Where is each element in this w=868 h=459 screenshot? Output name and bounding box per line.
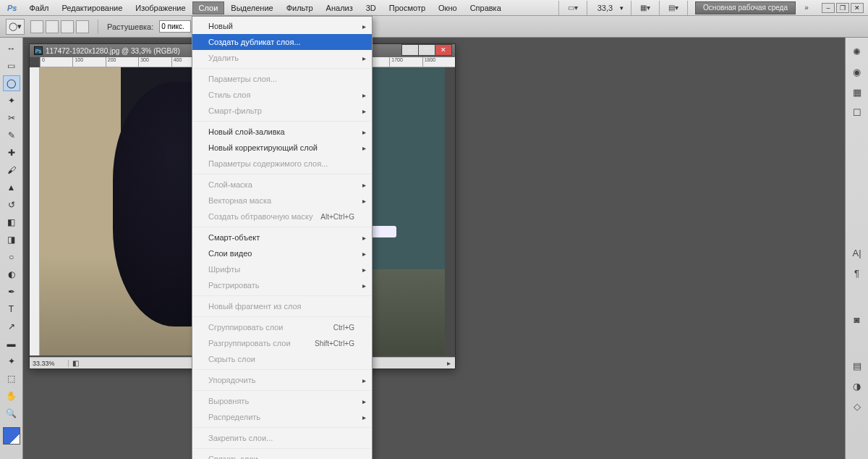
history-brush-icon[interactable]: ↺	[3, 197, 20, 213]
separator	[631, 1, 631, 15]
menu-separator	[193, 68, 371, 69]
eyedropper-tool-icon[interactable]: ✎	[3, 127, 20, 143]
character-icon[interactable]: A|	[849, 245, 865, 261]
3d-camera-icon[interactable]: ⬚	[3, 371, 20, 387]
paragraph-icon[interactable]: ¶	[849, 265, 865, 281]
menu-item-label: Упорядочить	[208, 376, 255, 384]
workspace-switcher[interactable]: Основная рабочая среда	[695, 1, 796, 14]
menu-item-label: Смарт-фильтр	[208, 106, 262, 115]
menu-file[interactable]: Файл	[22, 1, 55, 14]
menu-image[interactable]: Изображение	[129, 1, 192, 14]
menu-item-label: Связать слои	[208, 455, 258, 459]
pen-tool-icon[interactable]: ✒	[3, 284, 20, 300]
marquee-tool-icon[interactable]: ▭	[3, 58, 20, 74]
menu-help[interactable]: Справка	[464, 1, 508, 14]
menu-item-label: Создать обтравочную маску	[208, 212, 312, 221]
menu-item[interactable]: Смарт-объект	[192, 230, 372, 245]
shape-tool-icon[interactable]: ▬	[3, 336, 20, 352]
histogram-icon[interactable]: ✺	[849, 43, 865, 59]
doc-close-button[interactable]: ✕	[435, 44, 452, 56]
menu-separator	[193, 121, 371, 122]
menu-3d[interactable]: 3D	[359, 1, 383, 14]
tool-panel: ↔ ▭ ◯ ✦ ✂ ✎ ✚ 🖌 ▲ ↺ ◧ ◨ ○ ◐ ✒ T ↗ ▬ ✦ ⬚ …	[0, 38, 23, 459]
paths-icon[interactable]: ◇	[849, 398, 865, 414]
minimize-button[interactable]: –	[822, 3, 835, 13]
dodge-tool-icon[interactable]: ◐	[3, 266, 20, 282]
channels-icon[interactable]: ◑	[849, 378, 865, 394]
status-icon[interactable]: ◧	[69, 358, 82, 369]
menu-item[interactable]: Новый слой-заливка	[192, 124, 372, 140]
ruler-tick: 1700	[389, 57, 422, 67]
selection-new-icon[interactable]	[30, 20, 43, 33]
path-tool-icon[interactable]: ↗	[3, 319, 20, 334]
current-tool-icon[interactable]: ◯▾	[6, 19, 25, 35]
eraser-tool-icon[interactable]: ◧	[3, 214, 20, 230]
menu-separator	[193, 390, 371, 391]
zoom-value[interactable]: 33,3	[595, 4, 616, 12]
brush-tool-icon[interactable]: 🖌	[3, 162, 20, 178]
color-swatches[interactable]	[3, 427, 20, 445]
menu-item-label: Удалить	[208, 54, 239, 62]
stamp-tool-icon[interactable]: ▲	[3, 180, 20, 195]
doc-maximize-button[interactable]: □	[418, 44, 435, 56]
menu-view[interactable]: Просмотр	[383, 1, 432, 14]
gradient-tool-icon[interactable]: ◨	[3, 232, 20, 248]
selection-intersect-icon[interactable]	[76, 20, 89, 33]
menu-item[interactable]: Новый корректирующий слой	[192, 140, 372, 156]
blur-tool-icon[interactable]: ○	[3, 249, 20, 265]
menu-filter[interactable]: Фильтр	[280, 1, 320, 14]
status-menu-icon[interactable]: ▸	[442, 358, 455, 369]
layers-icon[interactable]: ▤	[849, 358, 865, 374]
camera-icon[interactable]: ◙	[849, 311, 865, 327]
status-zoom[interactable]: 33.33%	[30, 360, 69, 367]
heal-tool-icon[interactable]: ✚	[3, 145, 20, 161]
menu-window[interactable]: Окно	[432, 1, 464, 14]
screen-mode-icon[interactable]: ▭▾	[566, 2, 579, 14]
styles-icon[interactable]: ☐	[849, 104, 865, 120]
menu-select[interactable]: Выделение	[224, 1, 279, 14]
menu-item-label: Сгруппировать слои	[208, 323, 283, 332]
feather-input[interactable]	[159, 20, 191, 33]
menu-item-label: Разгруппировать слои	[208, 339, 291, 348]
expand-icon[interactable]: »	[800, 2, 813, 14]
ruler-tick: 300	[138, 57, 171, 67]
menu-shortcut: Shift+Ctrl+G	[315, 340, 354, 348]
app-logo: Ps	[1, 4, 22, 12]
menu-item: Выровнять	[192, 393, 372, 409]
close-button[interactable]: ✕	[851, 3, 864, 13]
selection-subtract-icon[interactable]	[61, 20, 74, 33]
lasso-tool-icon[interactable]: ◯	[3, 75, 20, 91]
crop-tool-icon[interactable]: ✂	[3, 110, 20, 126]
wand-tool-icon[interactable]: ✦	[3, 93, 20, 109]
move-tool-icon[interactable]: ↔	[3, 41, 20, 56]
3d-tool-icon[interactable]: ✦	[3, 353, 20, 369]
menu-item-label: Выровнять	[208, 397, 249, 405]
arrange-icon[interactable]: ▤▾	[667, 2, 680, 14]
restore-button[interactable]: ❐	[836, 3, 849, 13]
menu-item: Векторная маска	[192, 193, 372, 209]
menu-edit[interactable]: Редактирование	[56, 1, 129, 14]
menu-item[interactable]: Новый	[192, 18, 372, 34]
menu-item: Шрифты	[192, 261, 372, 277]
menu-separator	[193, 227, 371, 227]
menu-separator	[193, 369, 371, 370]
hand-icon[interactable]: ▦▾	[639, 2, 652, 14]
doc-minimize-button[interactable]: –	[401, 44, 419, 56]
swatches-icon[interactable]: ▦	[849, 84, 865, 100]
selection-add-icon[interactable]	[46, 20, 59, 33]
separator	[687, 1, 688, 15]
menu-separator	[193, 295, 371, 296]
menu-separator	[193, 316, 371, 317]
hand-tool-icon[interactable]: ✋	[3, 388, 20, 404]
type-tool-icon[interactable]: T	[3, 301, 20, 317]
menu-layer[interactable]: Слои	[192, 1, 225, 14]
menu-item[interactable]: Создать дубликат слоя...	[192, 34, 372, 50]
menu-item-label: Стиль слоя	[208, 90, 250, 99]
menu-analysis[interactable]: Анализ	[320, 1, 359, 14]
menu-item[interactable]: Слои видео	[192, 245, 372, 261]
menu-separator	[193, 174, 371, 174]
navigator-icon[interactable]: ◉	[849, 64, 865, 80]
zoom-tool-icon[interactable]: 🔍	[3, 405, 20, 421]
menu-item: Упорядочить	[192, 372, 372, 388]
menubar: Ps Файл Редактирование Изображение Слои …	[0, 0, 868, 16]
